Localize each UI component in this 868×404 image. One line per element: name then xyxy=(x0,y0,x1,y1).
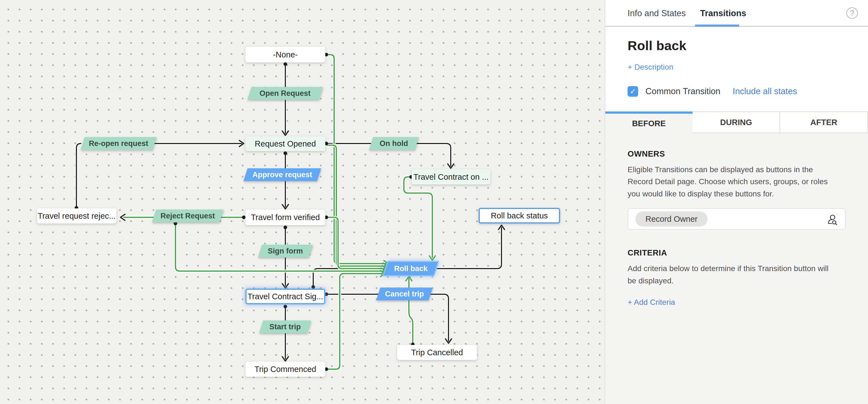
tab-during[interactable]: DURING xyxy=(692,111,780,133)
transition-on-hold[interactable]: On hold xyxy=(371,137,417,150)
edge-commenced-to-rollback xyxy=(327,274,383,369)
transition-label: Start trip xyxy=(261,321,309,333)
owner-chip[interactable]: Record Owner xyxy=(636,211,708,227)
state-travel-contract-onhold[interactable]: Travel Contract on ... xyxy=(412,169,490,184)
transition-sign-form[interactable]: Sign form xyxy=(260,245,311,258)
tab-transitions[interactable]: Transitions xyxy=(700,0,746,27)
common-transition-checkbox[interactable]: ✓ xyxy=(627,86,638,97)
blueprint-editor: -None-Request OpenedTravel Contract on .… xyxy=(0,0,868,404)
transition-cancel-trip[interactable]: Cancel trip xyxy=(378,288,431,300)
transition-label: Roll back xyxy=(386,262,436,275)
owners-section: OWNERS Eligible Transitions can be displ… xyxy=(627,149,845,230)
panel-header: Info and States Transitions ? xyxy=(605,0,868,27)
state-label: Travel Contract on ... xyxy=(413,172,489,182)
rejected-to-reopen-casing xyxy=(76,143,81,207)
requestopened-to-rollback-casing xyxy=(327,145,385,266)
blueprint-canvas[interactable]: -None-Request OpenedTravel Contract on .… xyxy=(0,0,605,404)
port-dot-verified-signform-signed xyxy=(284,226,287,229)
port-dot-signed-rollback-status xyxy=(312,285,315,289)
criteria-description: Add criteria below to determine if this … xyxy=(627,263,833,287)
port-dot-reject-to-rejected xyxy=(242,216,246,219)
state-label: Travel form verified xyxy=(251,213,320,222)
transition-re-open-request[interactable]: Re-open request xyxy=(83,137,155,150)
transition-label: Cancel trip xyxy=(378,288,431,300)
state-none[interactable]: -None- xyxy=(245,47,325,62)
transition-roll-back[interactable]: Roll back xyxy=(386,262,436,275)
transition-label: Sign form xyxy=(260,245,311,258)
state-label: Travel Contract Sig... xyxy=(247,292,323,301)
transition-title: Roll back xyxy=(627,38,846,53)
transition-label: On hold xyxy=(371,137,417,150)
owners-description: Eligible Transitions can be displayed as… xyxy=(627,164,833,200)
tab-info-and-states[interactable]: Info and States xyxy=(627,0,686,27)
state-roll-back-status[interactable]: Roll back status xyxy=(478,208,560,224)
phase-tabs: BEFORE DURING AFTER xyxy=(605,111,868,133)
owners-input[interactable]: Record Owner xyxy=(627,208,846,230)
transition-start-trip[interactable]: Start trip xyxy=(261,321,309,333)
edge-signed-rollback-status xyxy=(313,227,501,286)
transition-info-section: Roll back + Description ✓ Common Transit… xyxy=(605,27,868,111)
commenced-to-rollback-casing xyxy=(327,274,383,369)
signed-rollback-status-casing xyxy=(313,227,501,286)
include-all-states-link[interactable]: Include all states xyxy=(733,87,797,96)
state-travel-contract-signed[interactable]: Travel Contract Sig... xyxy=(245,289,325,304)
state-travel-form-verified[interactable]: Travel form verified xyxy=(245,209,325,225)
state-label: Trip Cancelled xyxy=(411,348,463,357)
common-transition-row: ✓ Common Transition Include all states xyxy=(627,86,846,97)
transition-open-request[interactable]: Open Request xyxy=(249,87,321,100)
transition-label: Open Request xyxy=(249,87,321,100)
transition-label: Reject Request xyxy=(154,209,221,222)
add-description-link[interactable]: + Description xyxy=(627,63,673,72)
owners-heading: OWNERS xyxy=(627,149,845,159)
onholdstate-to-rollback-casing xyxy=(404,177,432,258)
common-transition-label: Common Transition xyxy=(645,87,720,96)
tab-after[interactable]: AFTER xyxy=(780,111,868,133)
transition-label: Re-open request xyxy=(83,137,155,150)
criteria-section: CRITERIA Add criteria below to determine… xyxy=(627,248,845,307)
state-label: Trip Commenced xyxy=(254,365,316,374)
state-trip-cancelled[interactable]: Trip Cancelled xyxy=(397,345,477,360)
state-travel-request-rejected[interactable]: Travel request rejec... xyxy=(37,208,116,224)
edge-onholdstate-to-rollback xyxy=(404,177,432,258)
state-label: -None- xyxy=(273,50,298,59)
criteria-heading: CRITERIA xyxy=(627,248,845,258)
transition-approve-request[interactable]: Approve request xyxy=(245,168,319,181)
state-label: Travel request rejec... xyxy=(38,211,116,221)
state-request-opened[interactable]: Request Opened xyxy=(245,137,325,151)
transition-reject-request[interactable]: Reject Request xyxy=(154,209,221,222)
transition-label: Approve request xyxy=(245,168,319,181)
port-dot-signed-starttrip-commenced xyxy=(284,305,287,308)
state-label: Roll back status xyxy=(491,211,548,221)
tab-before[interactable]: BEFORE xyxy=(605,111,692,133)
before-tab-content: OWNERS Eligible Transitions can be displ… xyxy=(605,133,868,307)
port-dot-requestopened-approve-verified xyxy=(284,152,287,155)
state-label: Request Opened xyxy=(255,139,316,148)
active-tab-underline xyxy=(695,25,739,27)
user-search-icon[interactable] xyxy=(826,213,839,227)
signed-canceltrip-cancelled-casing xyxy=(327,294,448,341)
edge-signed-canceltrip-cancelled xyxy=(327,294,448,341)
add-criteria-link[interactable]: + Add Criteria xyxy=(627,298,675,307)
state-trip-commenced[interactable]: Trip Commenced xyxy=(245,362,325,377)
help-icon[interactable]: ? xyxy=(846,7,858,19)
transition-detail-panel: Info and States Transitions ? Roll back … xyxy=(605,0,868,404)
port-dot-none-to-request-opened xyxy=(284,62,287,66)
